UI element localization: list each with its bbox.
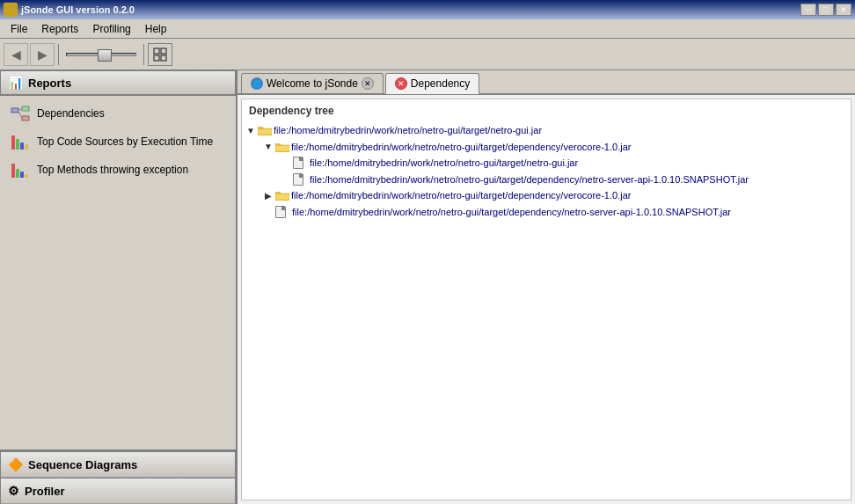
toolbar-separator-2 bbox=[143, 44, 144, 65]
toolbar: ◀ ▶ bbox=[0, 39, 855, 70]
file-icon-3 bbox=[293, 157, 303, 169]
maximize-button[interactable]: □ bbox=[818, 4, 834, 16]
tree-node-4-label: file:/home/dmitrybedrin/work/netro/netro… bbox=[310, 172, 749, 187]
tab-dependency[interactable]: ✕ Dependency bbox=[385, 73, 479, 94]
layout-icon bbox=[153, 47, 167, 62]
main-content: 📊 Reports Dependencies bbox=[0, 70, 855, 504]
file-icon-6 bbox=[275, 206, 286, 218]
expand-icon-2[interactable]: ▼ bbox=[263, 142, 274, 152]
profiler-button[interactable]: ⚙ Profiler bbox=[0, 478, 236, 504]
tab-dependency-close-icon: ✕ bbox=[395, 77, 407, 90]
tree-node-4[interactable]: file:/home/dmitrybedrin/work/netro/netro… bbox=[245, 172, 847, 188]
right-panel: 🌐 Welcome to jSonde ✕ ✕ Dependency Depen… bbox=[238, 70, 855, 504]
svg-rect-2 bbox=[154, 55, 159, 61]
svg-rect-4 bbox=[11, 108, 18, 113]
menu-file[interactable]: File bbox=[4, 21, 34, 37]
window-title: jSonde GUI version 0.2.0 bbox=[21, 4, 135, 15]
slider-knob[interactable] bbox=[98, 49, 112, 62]
top-code-sources-icon bbox=[11, 132, 30, 151]
sidebar-bottom: 🔶 Sequence Diagrams ⚙ Profiler bbox=[0, 449, 236, 504]
tree-title: Dependency tree bbox=[245, 103, 847, 122]
sequence-diagrams-label: Sequence Diagrams bbox=[28, 458, 137, 471]
svg-rect-6 bbox=[22, 116, 29, 121]
profiler-icon: ⚙ bbox=[8, 484, 19, 498]
top-code-sources-label: Top Code Sources by Execution Time bbox=[37, 135, 213, 148]
tab-welcome-close[interactable]: ✕ bbox=[362, 77, 374, 90]
tab-welcome[interactable]: 🌐 Welcome to jSonde ✕ bbox=[241, 73, 384, 93]
svg-line-8 bbox=[18, 112, 22, 119]
tree-node-6[interactable]: file:/home/dmitrybedrin/work/netro/netro… bbox=[245, 204, 847, 221]
file-icon-4 bbox=[293, 173, 303, 186]
sidebar-item-top-methods[interactable]: Top Methods throwing exception bbox=[0, 156, 236, 184]
folder-icon-5 bbox=[275, 189, 289, 201]
tab-welcome-label: Welcome to jSonde bbox=[267, 77, 358, 90]
reports-section-label: Reports bbox=[28, 77, 71, 90]
top-methods-label: Top Methods throwing exception bbox=[37, 164, 188, 176]
tree-node-3[interactable]: file:/home/dmitrybedrin/work/netro/netro… bbox=[245, 155, 847, 172]
sidebar-items-list: Dependencies Top Code Sources by Executi… bbox=[0, 96, 236, 449]
sidebar-item-dependencies[interactable]: Dependencies bbox=[0, 99, 236, 128]
window-controls: ─ □ ✕ bbox=[800, 4, 851, 16]
menu-help[interactable]: Help bbox=[138, 21, 174, 37]
tabs-bar: 🌐 Welcome to jSonde ✕ ✕ Dependency bbox=[238, 70, 855, 95]
minimize-button[interactable]: ─ bbox=[800, 4, 816, 16]
menu-bar: File Reports Profiling Help bbox=[0, 19, 855, 39]
top-methods-icon bbox=[11, 160, 30, 179]
sidebar-item-top-code-sources[interactable]: Top Code Sources by Execution Time bbox=[0, 128, 236, 156]
svg-rect-0 bbox=[154, 48, 159, 54]
welcome-tab-icon: 🌐 bbox=[251, 77, 263, 90]
zoom-slider-area bbox=[66, 53, 136, 56]
menu-profiling[interactable]: Profiling bbox=[85, 21, 137, 37]
tree-node-5[interactable]: ▶ file:/home/dmitrybedrin/work/netro/net… bbox=[245, 187, 847, 204]
toolbar-separator-1 bbox=[58, 44, 59, 65]
tree-node-3-label: file:/home/dmitrybedrin/work/netro/netro… bbox=[310, 156, 578, 171]
sidebar: 📊 Reports Dependencies bbox=[0, 70, 238, 504]
expand-icon-1[interactable]: ▼ bbox=[245, 125, 256, 135]
folder-icon-1 bbox=[258, 124, 272, 136]
svg-rect-1 bbox=[161, 48, 166, 54]
tree-node-2[interactable]: ▼ file:/home/dmitrybedrin/work/netro/net… bbox=[245, 139, 847, 156]
reports-section-header[interactable]: 📊 Reports bbox=[0, 70, 236, 96]
dependencies-icon bbox=[11, 104, 30, 123]
back-button[interactable]: ◀ bbox=[4, 43, 28, 66]
svg-line-7 bbox=[18, 109, 22, 111]
profiler-label: Profiler bbox=[25, 485, 65, 498]
reports-section-icon: 📊 bbox=[8, 76, 23, 90]
tree-node-1[interactable]: ▼ file:/home/dmitrybedrin/work/netro/net… bbox=[245, 122, 847, 139]
tree-panel: Dependency tree ▼ file:/home/dmitrybedri… bbox=[241, 99, 851, 500]
sequence-diagrams-icon: 🔶 bbox=[8, 457, 23, 471]
tab-dependency-label: Dependency bbox=[411, 77, 470, 90]
tree-node-1-label: file:/home/dmitrybedrin/work/netro/netro… bbox=[274, 123, 542, 138]
forward-button[interactable]: ▶ bbox=[30, 43, 55, 66]
close-button[interactable]: ✕ bbox=[836, 4, 851, 16]
zoom-slider[interactable] bbox=[66, 53, 136, 56]
sequence-diagrams-button[interactable]: 🔶 Sequence Diagrams bbox=[0, 451, 236, 478]
folder-icon-2 bbox=[275, 141, 289, 153]
tree-node-2-label: file:/home/dmitrybedrin/work/netro/netro… bbox=[291, 140, 631, 155]
dependencies-label: Dependencies bbox=[37, 107, 105, 120]
app-icon bbox=[4, 3, 18, 17]
menu-reports[interactable]: Reports bbox=[34, 21, 85, 37]
svg-rect-3 bbox=[161, 55, 166, 61]
title-bar: jSonde GUI version 0.2.0 ─ □ ✕ bbox=[0, 0, 855, 19]
tree-node-5-label: file:/home/dmitrybedrin/work/netro/netro… bbox=[291, 188, 631, 203]
layout-button[interactable] bbox=[148, 43, 172, 66]
expand-icon-5[interactable]: ▶ bbox=[263, 190, 274, 201]
tree-node-6-label: file:/home/dmitrybedrin/work/netro/netro… bbox=[292, 205, 731, 220]
svg-rect-5 bbox=[22, 106, 29, 111]
